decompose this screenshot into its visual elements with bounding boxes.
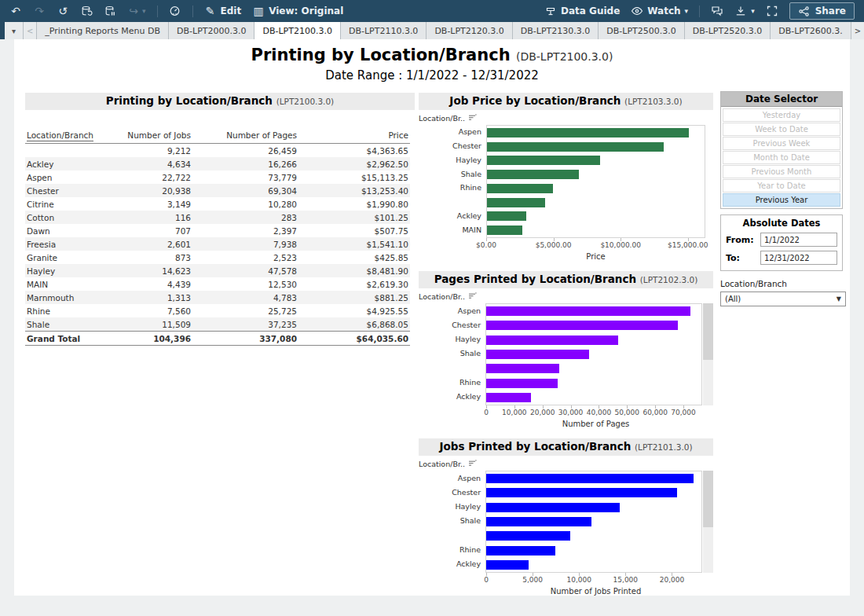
undo-icon[interactable]: ↶	[9, 6, 22, 16]
bar-ackley[interactable]	[487, 211, 526, 221]
scrollbar-thumb[interactable]	[703, 471, 713, 527]
date-button-year-to-date[interactable]: Year to Date	[723, 179, 840, 192]
fullscreen-icon[interactable]	[766, 6, 778, 16]
bar-rhine[interactable]	[487, 184, 553, 193]
tab-list-dropdown-button[interactable]: ▾	[5, 22, 24, 39]
column-header-location[interactable]: Location/Branch	[25, 129, 120, 144]
comments-icon[interactable]	[711, 6, 723, 16]
location-filter-dropdown[interactable]: (All) ▼	[720, 292, 846, 306]
y-label-rhine[interactable]: Rhine	[419, 375, 485, 389]
y-label-chester[interactable]: Chester	[419, 139, 486, 153]
bar-blank[interactable]	[487, 198, 545, 207]
y-label-chester[interactable]: Chester	[419, 485, 485, 499]
view-original-button[interactable]: ▥ View: Original	[252, 6, 343, 16]
y-label-rhine[interactable]: Rhine	[419, 181, 486, 195]
refresh-data-icon[interactable]	[80, 6, 93, 17]
y-label-shale[interactable]: Shale	[419, 514, 485, 528]
y-label-hayley[interactable]: Hayley	[419, 500, 485, 514]
table-row-main[interactable]: MAIN4,43912,530$2,619.30	[25, 277, 410, 291]
bar-shale[interactable]	[487, 170, 579, 179]
tab-db-lpt2130-3-0[interactable]: DB-LPT2130.3.0	[513, 22, 599, 39]
date-button-month-to-date[interactable]: Month to Date	[723, 151, 840, 164]
bar-aspen[interactable]	[486, 306, 690, 316]
y-label-shale[interactable]: Shale	[419, 167, 486, 181]
to-date-input[interactable]	[760, 251, 837, 265]
y-label-blank[interactable]	[419, 528, 485, 542]
column-header-pages[interactable]: Number of Pages	[192, 129, 298, 144]
y-label-ackley[interactable]: Ackley	[419, 209, 486, 223]
table-row-dawn[interactable]: Dawn7072,397$507.75	[25, 224, 410, 237]
bar-hayley[interactable]	[486, 336, 618, 345]
revert-icon[interactable]: ↺	[57, 6, 69, 16]
bar-ackley[interactable]	[486, 393, 531, 402]
bar-hayley[interactable]	[487, 156, 600, 165]
sort-descending-icon[interactable]	[468, 292, 477, 301]
table-row-citrine[interactable]: Citrine3,14910,280$1,990.80	[25, 197, 410, 211]
y-label-aspen[interactable]: Aspen	[419, 471, 485, 485]
date-button-previous-week[interactable]: Previous Week	[723, 137, 840, 150]
table-row-granite[interactable]: Granite8732,523$425.85	[25, 251, 410, 264]
bar-chester[interactable]	[486, 488, 677, 497]
y-label-ackley[interactable]: Ackley	[419, 390, 485, 404]
y-label-hayley[interactable]: Hayley	[419, 153, 486, 167]
forward-caret-icon[interactable]: ▾	[142, 8, 146, 15]
pause-updates-icon[interactable]	[104, 6, 116, 17]
bar-main[interactable]	[487, 226, 522, 235]
table-row-hayley[interactable]: Hayley14,62347,578$8,481.90	[25, 264, 410, 277]
bar-hayley[interactable]	[486, 503, 620, 512]
tab-printing-reports-menu-db[interactable]: _Printing Reports Menu DB	[37, 22, 169, 39]
column-header-price[interactable]: Price	[298, 129, 410, 144]
y-label-blank[interactable]	[419, 361, 485, 375]
date-button-yesterday[interactable]: Yesterday	[723, 108, 840, 122]
table-row-cotton[interactable]: Cotton116283$101.25	[25, 211, 410, 224]
y-label-hayley[interactable]: Hayley	[419, 332, 485, 346]
y-label-aspen[interactable]: Aspen	[419, 303, 485, 317]
bar-blank[interactable]	[486, 531, 570, 541]
tabs-scroll-right-button[interactable]: >	[851, 22, 864, 39]
bar-shale[interactable]	[486, 517, 591, 526]
y-label-rhine[interactable]: Rhine	[419, 542, 485, 556]
bar-shale[interactable]	[486, 350, 589, 359]
forward-icon[interactable]: ↪	[127, 6, 140, 16]
table-row-blank[interactable]: 9,21226,459$4,363.65	[25, 144, 410, 158]
scrollbar-thumb[interactable]	[703, 303, 713, 360]
date-button-previous-month[interactable]: Previous Month	[723, 165, 840, 178]
gauge-icon[interactable]	[169, 6, 181, 16]
y-label-chester[interactable]: Chester	[419, 317, 485, 332]
tab-db-lpt2120-3-0[interactable]: DB-LPT2120.3.0	[427, 22, 512, 39]
table-row-grand-total[interactable]: Grand Total104,396337,080$64,035.60	[25, 332, 410, 346]
data-guide-button[interactable]: Data Guide	[544, 6, 620, 16]
tab-db-lpt2100-3-0[interactable]: DB-LPT2100.3.0	[254, 22, 340, 39]
table-row-marnmouth[interactable]: Marnmouth1,3134,783$881.25	[25, 291, 410, 304]
tab-db-lpt2520-3-0[interactable]: DB-LPT2520.3.0	[685, 22, 771, 39]
share-button[interactable]: Share	[789, 2, 855, 20]
chart-vertical-scrollbar[interactable]	[703, 303, 713, 405]
column-header-jobs[interactable]: Number of Jobs	[120, 129, 192, 144]
redo-icon[interactable]: ↷	[33, 6, 46, 16]
bar-blank[interactable]	[486, 364, 559, 373]
tabs-scroll-left-button[interactable]: <	[24, 22, 37, 39]
chart-vertical-scrollbar[interactable]	[703, 471, 713, 573]
y-label-ackley[interactable]: Ackley	[419, 557, 485, 571]
table-row-ackley[interactable]: Ackley4,63416,266$2,962.50	[25, 157, 410, 170]
y-label-aspen[interactable]: Aspen	[419, 125, 486, 139]
bar-chester[interactable]	[487, 142, 664, 152]
y-axis-field-label[interactable]: Location/Br..	[419, 110, 713, 125]
bar-aspen[interactable]	[486, 474, 694, 483]
bar-rhine[interactable]	[486, 379, 558, 388]
bar-ackley[interactable]	[486, 560, 529, 570]
bar-chester[interactable]	[486, 321, 678, 330]
table-row-shale[interactable]: Shale11,50937,235$6,868.05	[25, 317, 410, 332]
tab-db-lpt2600-3[interactable]: DB-LPT2600.3.	[771, 22, 851, 39]
bar-rhine[interactable]	[486, 546, 555, 556]
date-button-previous-year[interactable]: Previous Year	[723, 193, 840, 207]
from-date-input[interactable]	[760, 233, 837, 247]
tab-db-lpt2500-3-0[interactable]: DB-LPT2500.3.0	[599, 22, 684, 39]
sort-descending-icon[interactable]	[468, 460, 477, 468]
y-label-shale[interactable]: Shale	[419, 346, 485, 361]
table-row-chester[interactable]: Chester20,93869,304$13,253.40	[25, 184, 410, 197]
edit-button[interactable]: ✎ Edit	[204, 6, 242, 16]
y-label-blank[interactable]	[419, 195, 486, 209]
table-row-rhine[interactable]: Rhine7,56025,725$4,925.55	[25, 304, 410, 317]
date-button-week-to-date[interactable]: Week to Date	[723, 123, 840, 136]
